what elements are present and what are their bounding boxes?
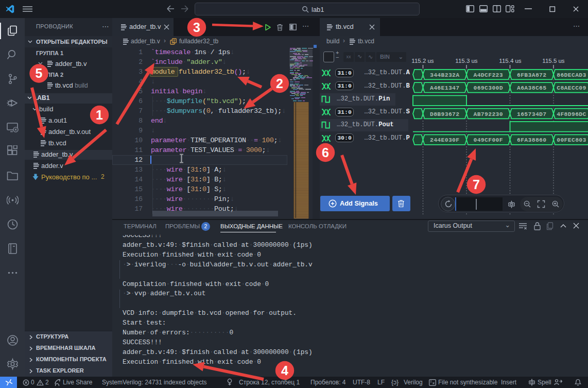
svg-text:069C300D: 069C300D xyxy=(474,85,503,91)
svg-text:6FB3A872: 6FB3A872 xyxy=(517,72,546,78)
svg-text:A46E1347: A46E1347 xyxy=(430,85,459,91)
svg-text:A6A38C65: A6A38C65 xyxy=(517,85,546,91)
svg-text:86DECAD3: 86DECAD3 xyxy=(557,72,586,78)
svg-text:6FA38860: 6FA38860 xyxy=(517,137,546,143)
svg-text:D8B93672: D8B93672 xyxy=(430,111,459,117)
svg-text:00FEC803: 00FEC803 xyxy=(557,137,586,143)
svg-text:165734D7: 165734D7 xyxy=(517,111,546,117)
svg-text:344B232A: 344B232A xyxy=(430,72,459,78)
svg-text:C8AECC09: C8AECC09 xyxy=(557,85,586,91)
svg-text:AB792230: AB792230 xyxy=(474,111,503,117)
svg-text:049CF00F: 049CF00F xyxy=(474,137,503,143)
svg-text:A4DCF223: A4DCF223 xyxy=(474,72,503,78)
svg-text:244E030F: 244E030F xyxy=(430,137,459,143)
svg-text:4F8D96DC: 4F8D96DC xyxy=(557,111,586,117)
